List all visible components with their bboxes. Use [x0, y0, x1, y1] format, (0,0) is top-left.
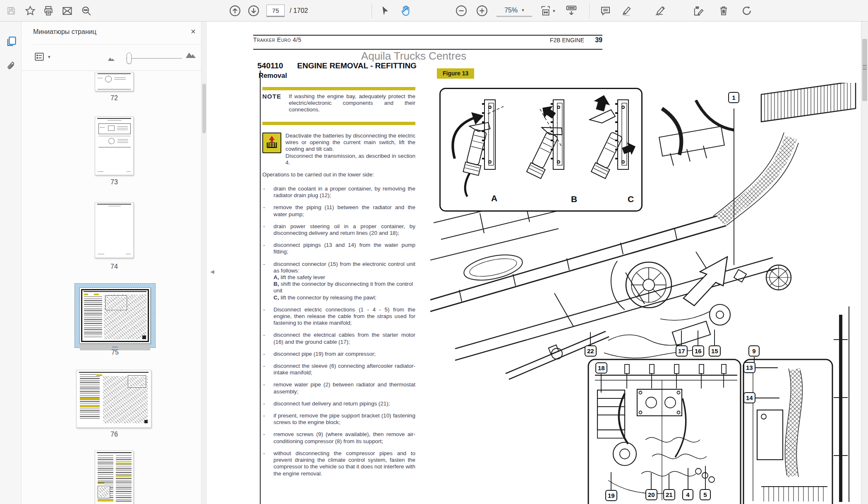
- sidebar-scrollbar[interactable]: [201, 22, 207, 504]
- attachments-icon[interactable]: [5, 60, 18, 73]
- callout-19: 19: [605, 490, 617, 501]
- zoom-in-icon[interactable]: [474, 4, 490, 18]
- callout-4: 4: [682, 489, 693, 500]
- header-page-number: 39: [595, 36, 602, 44]
- print-icon[interactable]: [41, 4, 56, 18]
- procedure-step: disconnect fuel delivery and return pipi…: [262, 400, 415, 407]
- thumbnail-page-number: 72: [102, 94, 127, 102]
- select-cursor-icon[interactable]: [377, 4, 393, 18]
- header-model: Trakker Euro 4/5: [253, 36, 301, 44]
- rotate-icon[interactable]: [739, 4, 755, 18]
- scrollbar-grip-icon: [863, 65, 867, 71]
- previous-page-icon[interactable]: [227, 4, 243, 18]
- highlight-icon[interactable]: [619, 4, 635, 18]
- search-icon[interactable]: [78, 4, 94, 18]
- page-thumbnail-72[interactable]: [95, 72, 134, 91]
- toolbar-separator: [589, 3, 590, 18]
- zoom-out-thumbnails-icon: [108, 55, 115, 63]
- header-section: F2B ENGINE: [550, 37, 584, 43]
- document-scrollbar[interactable]: [861, 22, 868, 504]
- section-title: 540110 ENGINE REMOVAL - REFITTING: [257, 61, 417, 70]
- divider: [22, 70, 206, 71]
- inset-label-b: B: [571, 194, 577, 204]
- chevron-down-icon: ▾: [553, 8, 555, 14]
- callout-16: 16: [692, 345, 704, 357]
- subsection-title: Removal: [259, 72, 287, 80]
- save-icon[interactable]: [3, 4, 19, 18]
- operations-intro: Operations to be carried out in the lowe…: [262, 171, 415, 178]
- thumbnail-page-number: 75: [103, 349, 127, 356]
- thumbnail-size-slider[interactable]: [127, 53, 132, 64]
- callout-15: 15: [709, 345, 721, 357]
- panel-title: Миниатюры страниц: [33, 28, 96, 36]
- procedure-step: disconnect pipings (13 and 14) from the …: [262, 242, 415, 255]
- delete-icon[interactable]: [716, 4, 731, 18]
- watermark-text: Aquila Trucks Centres: [314, 50, 513, 63]
- page-total: / 1702: [290, 0, 308, 22]
- procedure-step: Disconnect electric connections (1 - 4 -…: [262, 306, 415, 327]
- page-number-input[interactable]: [266, 5, 285, 17]
- note-separator-bar: [262, 122, 415, 125]
- sidebar-rail: [0, 22, 22, 504]
- zoom-in-thumbnails-icon: [185, 51, 196, 60]
- sidebar-scrollbar-thumb[interactable]: [202, 84, 206, 133]
- comment-icon[interactable]: [597, 4, 613, 18]
- favorite-star-icon[interactable]: [22, 4, 38, 18]
- inset-label-c: C: [628, 194, 634, 204]
- thumbnail-page-number: 74: [102, 263, 127, 270]
- page-thumbnail-74[interactable]: [95, 202, 134, 258]
- callout-13: 13: [743, 362, 755, 373]
- toolbar-separator: [372, 3, 372, 18]
- procedure-step: if present, remove the pipe support brac…: [262, 412, 415, 426]
- fit-width-icon[interactable]: ▾: [537, 4, 559, 18]
- page-thumbnail-76[interactable]: [76, 370, 151, 428]
- page-thumbnails-icon[interactable]: [5, 35, 18, 48]
- thumbnails-panel: Миниатюры страниц ✕ ▾ 72: [22, 22, 207, 504]
- hand-tool-icon[interactable]: [398, 4, 414, 18]
- inset-label-a: A: [491, 193, 497, 203]
- zoom-out-icon[interactable]: [453, 4, 469, 18]
- callout-21: 21: [663, 489, 675, 500]
- thumbnail-page-number: 76: [102, 431, 127, 438]
- page-header: Trakker Euro 4/5 F2B ENGINE 39: [253, 36, 602, 44]
- warning-text-1: Deactivate the batteries by disconnectin…: [285, 133, 415, 152]
- procedure-step: without disconnecting the compressor pip…: [262, 450, 415, 477]
- procedure-step: disconnect pipe (19) from air compressor…: [262, 351, 415, 357]
- callout-14: 14: [743, 392, 755, 403]
- note-label: NOTE: [262, 93, 284, 113]
- close-icon[interactable]: ✕: [189, 27, 198, 36]
- next-page-icon[interactable]: [246, 4, 261, 18]
- procedure-step: disconnect the electrical cables from th…: [262, 332, 415, 345]
- procedure-list: drain the coolant in a proper container,…: [262, 186, 415, 482]
- page-thumbnail-73[interactable]: [95, 116, 134, 175]
- warning-text-2: Disconnect the transmission, as describe…: [285, 153, 415, 166]
- note-block: NOTE If washing the engine bay, adequate…: [262, 93, 415, 113]
- reading-mode-icon[interactable]: [563, 4, 579, 18]
- page-number-input-wrap: [266, 5, 285, 17]
- warning-block: Deactivate the batteries by disconnectin…: [262, 133, 415, 166]
- toolbar: / 1702 75% ▾ ▾: [0, 0, 868, 22]
- document-page: Trakker Euro 4/5 F2B ENGINE 39 Aquila Tr…: [207, 22, 861, 504]
- note-text: If washing the engine bay, adequately pr…: [289, 93, 415, 113]
- procedure-step: drain the coolant in a proper container,…: [262, 186, 415, 199]
- thumbnail-page-number: 73: [102, 178, 127, 186]
- collapse-sidebar-handle[interactable]: ◀: [208, 263, 216, 280]
- callout-20: 20: [645, 489, 657, 500]
- callout-1: 1: [728, 92, 739, 103]
- procedure-step: remove the piping (11) between the radia…: [262, 204, 415, 217]
- divider: [33, 44, 206, 45]
- thumbnail-options-button[interactable]: ▾: [34, 50, 57, 64]
- procedure-step: rremove screws (9) (where available), th…: [262, 431, 415, 444]
- page-thumbnail-77[interactable]: [95, 451, 134, 504]
- fill-and-sign-icon[interactable]: [690, 4, 706, 18]
- zoom-level-select[interactable]: 75% ▾: [496, 5, 532, 17]
- page-thumbnail-75[interactable]: [79, 287, 151, 344]
- callout-17: 17: [676, 345, 688, 357]
- sign-icon[interactable]: [648, 4, 677, 18]
- procedure-step: disconnect the sleeve (6) connecting aft…: [262, 363, 415, 376]
- figure-label: Figure 13: [437, 68, 474, 79]
- thumbnail-size-slider-track[interactable]: [126, 58, 182, 59]
- chevron-down-icon: ▾: [522, 7, 524, 13]
- procedure-step: disconnect connector (15) from the elect…: [262, 261, 415, 301]
- email-icon[interactable]: [59, 4, 75, 18]
